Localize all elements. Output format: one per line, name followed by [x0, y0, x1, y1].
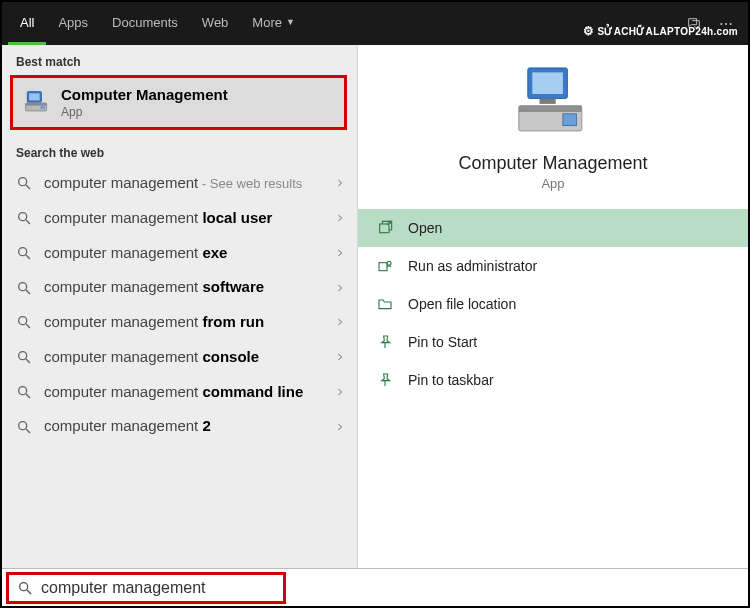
chevron-right-icon	[333, 422, 347, 432]
web-result-text: computer management console	[44, 348, 321, 367]
watermark-text: SỬACHỮALAPTOP24h.com	[597, 26, 738, 37]
svg-rect-6	[26, 103, 47, 106]
web-result-text: computer management 2	[44, 417, 321, 436]
web-result-text: computer management - See web results	[44, 174, 321, 193]
section-best-match-label: Best match	[2, 45, 357, 75]
preview-panel: Computer Management App OpenRun as admin…	[358, 45, 748, 568]
results-panel: Best match Computer Management App Searc…	[2, 45, 358, 568]
tab-more-label: More	[252, 15, 282, 30]
svg-rect-4	[29, 93, 40, 100]
svg-point-35	[20, 582, 28, 590]
svg-point-32	[387, 261, 391, 265]
web-result-2[interactable]: computer management exe	[2, 236, 357, 271]
preview-icon	[508, 61, 598, 145]
chevron-right-icon	[333, 352, 347, 362]
svg-rect-26	[540, 99, 556, 104]
web-result-text: computer management command line	[44, 383, 321, 402]
web-result-5[interactable]: computer management console	[2, 340, 357, 375]
chevron-right-icon	[333, 387, 347, 397]
search-icon	[16, 384, 32, 400]
preview-subtitle: App	[541, 176, 564, 191]
gear-icon: ⚙	[583, 24, 594, 38]
chevron-right-icon	[333, 248, 347, 258]
web-result-7[interactable]: computer management 2	[2, 409, 357, 444]
tab-more[interactable]: More ▼	[240, 2, 307, 45]
svg-line-17	[26, 324, 30, 328]
web-result-1[interactable]: computer management local user	[2, 201, 357, 236]
folder-icon	[376, 295, 394, 313]
svg-line-19	[26, 359, 30, 363]
svg-line-13	[26, 255, 30, 259]
action-label: Open file location	[408, 296, 516, 312]
tab-web[interactable]: Web	[190, 2, 241, 45]
pin-icon	[376, 333, 394, 351]
web-result-text: computer management software	[44, 278, 321, 297]
open-icon	[376, 219, 394, 237]
best-match-subtitle: App	[61, 105, 228, 119]
action-open-file-location[interactable]: Open file location	[358, 285, 748, 323]
svg-rect-30	[380, 224, 389, 233]
web-result-3[interactable]: computer management software	[2, 270, 357, 305]
web-result-6[interactable]: computer management command line	[2, 375, 357, 410]
svg-line-11	[26, 220, 30, 224]
watermark: ⚙ SỬACHỮALAPTOP24h.com	[583, 24, 738, 38]
svg-rect-31	[379, 263, 387, 271]
svg-line-36	[27, 590, 31, 594]
search-icon	[16, 419, 32, 435]
svg-rect-7	[41, 105, 45, 109]
chevron-right-icon	[333, 213, 347, 223]
svg-line-21	[26, 394, 30, 398]
search-bar: computer management	[2, 568, 748, 606]
search-icon	[16, 314, 32, 330]
svg-point-12	[19, 248, 27, 256]
svg-rect-28	[519, 106, 582, 112]
svg-point-22	[19, 421, 27, 429]
svg-line-9	[26, 185, 30, 189]
search-icon	[16, 245, 32, 261]
action-run-as-administrator[interactable]: Run as administrator	[358, 247, 748, 285]
svg-point-20	[19, 387, 27, 395]
action-open[interactable]: Open	[358, 209, 748, 247]
svg-point-10	[19, 213, 27, 221]
action-label: Pin to taskbar	[408, 372, 494, 388]
preview-title: Computer Management	[458, 153, 647, 174]
search-icon	[16, 349, 32, 365]
search-icon	[16, 175, 32, 191]
svg-point-16	[19, 317, 27, 325]
tab-documents[interactable]: Documents	[100, 2, 190, 45]
web-result-text: computer management local user	[44, 209, 321, 228]
chevron-right-icon	[333, 317, 347, 327]
action-label: Run as administrator	[408, 258, 537, 274]
web-result-4[interactable]: computer management from run	[2, 305, 357, 340]
action-pin-to-start[interactable]: Pin to Start	[358, 323, 748, 361]
admin-icon	[376, 257, 394, 275]
svg-point-18	[19, 352, 27, 360]
pin-icon	[376, 371, 394, 389]
svg-line-15	[26, 290, 30, 294]
chevron-down-icon: ▼	[286, 17, 295, 27]
svg-rect-25	[532, 72, 563, 94]
tab-all[interactable]: All	[8, 2, 46, 45]
section-web-label: Search the web	[2, 136, 357, 166]
web-result-text: computer management from run	[44, 313, 321, 332]
search-query-text: computer management	[41, 579, 206, 597]
action-label: Open	[408, 220, 442, 236]
svg-point-14	[19, 282, 27, 290]
tab-apps[interactable]: Apps	[46, 2, 100, 45]
computer-mgmt-icon	[23, 89, 51, 117]
chevron-right-icon	[333, 178, 347, 188]
best-match-title: Computer Management	[61, 86, 228, 103]
top-tab-bar: All Apps Documents Web More ▼ ⚙ SỬACHỮAL…	[2, 2, 748, 45]
search-icon	[16, 280, 32, 296]
svg-line-23	[26, 429, 30, 433]
search-input[interactable]: computer management	[6, 572, 286, 604]
web-result-0[interactable]: computer management - See web results	[2, 166, 357, 201]
search-icon	[16, 210, 32, 226]
action-pin-to-taskbar[interactable]: Pin to taskbar	[358, 361, 748, 399]
best-match-item[interactable]: Computer Management App	[10, 75, 347, 130]
chevron-right-icon	[333, 283, 347, 293]
web-result-text: computer management exe	[44, 244, 321, 263]
search-icon	[17, 580, 33, 596]
svg-rect-29	[563, 114, 577, 126]
action-label: Pin to Start	[408, 334, 477, 350]
